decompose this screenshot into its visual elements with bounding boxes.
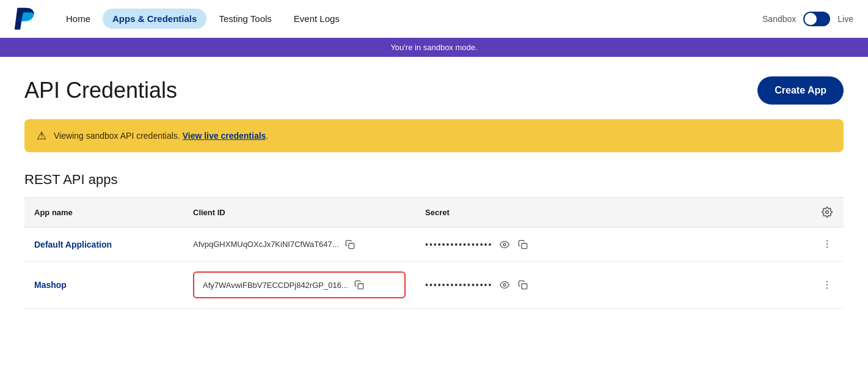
toggle-secret-visibility-1[interactable] (498, 238, 511, 251)
svg-rect-1 (349, 243, 354, 249)
paypal-logo[interactable] (15, 7, 37, 31)
rest-api-section-title: REST API apps (24, 172, 844, 188)
svg-point-8 (503, 284, 506, 286)
toggle-secret-visibility-2[interactable] (498, 279, 511, 291)
svg-point-12 (826, 287, 828, 289)
table-row: Mashop Afy7WAvwiFBbV7ECCDPj842rGP_016... (24, 262, 844, 309)
nav-links: Home Apps & Credentials Testing Tools Ev… (56, 9, 762, 29)
warning-text-after: . (266, 131, 268, 141)
svg-point-6 (826, 246, 828, 248)
warning-icon: ⚠ (37, 129, 46, 142)
col-header-app-name: App name (24, 198, 183, 227)
svg-point-10 (826, 281, 828, 282)
nav-home[interactable]: Home (56, 9, 100, 29)
sandbox-mode-banner: You're in sandbox mode. (0, 38, 868, 57)
svg-point-2 (503, 243, 506, 246)
sandbox-mode-text: You're in sandbox mode. (390, 43, 477, 52)
page-title: API Credentials (24, 78, 177, 103)
col-header-settings (811, 198, 844, 227)
sandbox-label: Sandbox (762, 14, 796, 24)
secret-dots-1: •••••••••••••••• (425, 240, 492, 249)
row-menu-btn-2[interactable] (820, 278, 834, 292)
sandbox-live-toggle[interactable] (803, 12, 830, 26)
app-name-link-1[interactable]: Default Application (34, 240, 112, 249)
client-id-text-1: AfvpqGHXMUqOXcJx7KiNI7CfWaT647... (193, 240, 339, 249)
table-settings-gear[interactable] (820, 205, 834, 219)
navbar: Home Apps & Credentials Testing Tools Ev… (0, 0, 868, 38)
svg-rect-3 (522, 243, 527, 249)
app-name-cell-2: Mashop (24, 262, 183, 309)
main-content: API Credentials Create App ⚠ Viewing san… (0, 57, 868, 328)
svg-rect-9 (522, 284, 527, 289)
app-name-cell-1: Default Application (24, 227, 183, 262)
client-id-cell-2: Afy7WAvwiFBbV7ECCDPj842rGP_016... (183, 262, 415, 309)
svg-point-5 (826, 243, 828, 245)
secret-dots-2: •••••••••••••••• (425, 280, 492, 290)
warning-text: Viewing sandbox API credentials. View li… (54, 131, 268, 141)
table-row: Default Application AfvpqGHXMUqOXcJx7KiN… (24, 227, 844, 262)
create-app-button[interactable]: Create App (757, 76, 844, 105)
copy-client-id-btn-1[interactable] (344, 238, 356, 251)
page-header: API Credentials Create App (24, 76, 844, 105)
view-live-credentials-link[interactable]: View live credentials (183, 131, 266, 141)
svg-point-4 (826, 240, 828, 241)
copy-secret-btn-2[interactable] (517, 279, 529, 291)
col-header-client-id: Client ID (183, 198, 415, 227)
secret-cell-1: •••••••••••••••• (415, 227, 811, 262)
nav-apps-credentials[interactable]: Apps & Credentials (103, 9, 206, 29)
client-id-cell-1: AfvpqGHXMUqOXcJx7KiNI7CfWaT647... (183, 227, 415, 262)
warning-text-before: Viewing sandbox API credentials. (54, 131, 183, 141)
api-credentials-table: App name Client ID Secret Default Appl (24, 197, 844, 309)
live-label: Live (837, 14, 853, 24)
svg-rect-7 (358, 284, 363, 289)
row-actions-1 (811, 227, 844, 262)
client-id-text-2: Afy7WAvwiFBbV7ECCDPj842rGP_016... (203, 281, 348, 290)
row-actions-2 (811, 262, 844, 309)
nav-testing-tools[interactable]: Testing Tools (209, 9, 281, 29)
col-header-secret: Secret (415, 198, 811, 227)
copy-client-id-btn-2[interactable] (353, 279, 365, 291)
svg-point-0 (826, 211, 829, 214)
svg-point-11 (826, 284, 828, 285)
environment-toggle-area: Sandbox Live (762, 12, 853, 26)
row-menu-btn-1[interactable] (820, 237, 834, 251)
warning-banner: ⚠ Viewing sandbox API credentials. View … (24, 119, 844, 152)
copy-secret-btn-1[interactable] (517, 238, 529, 251)
secret-cell-2: •••••••••••••••• (415, 262, 811, 309)
app-name-link-2[interactable]: Mashop (34, 280, 67, 290)
nav-event-logs[interactable]: Event Logs (284, 9, 349, 29)
